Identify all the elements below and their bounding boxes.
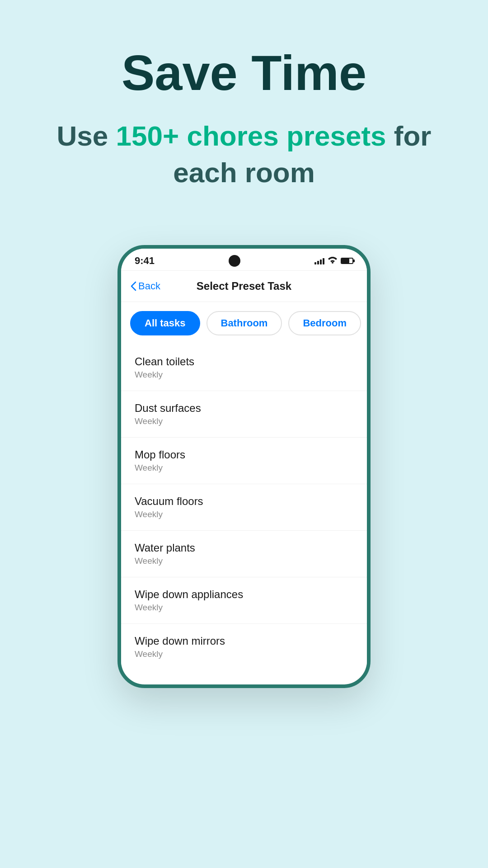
status-bar: 9:41 [121,249,367,271]
task-frequency: Weekly [135,556,353,566]
list-item[interactable]: Wipe down appliances Weekly [121,577,367,624]
task-frequency: Weekly [135,509,353,519]
back-label: Back [138,280,160,292]
list-item[interactable]: Vacuum floors Weekly [121,484,367,531]
nav-title: Select Preset Task [197,280,291,292]
task-frequency: Weekly [135,416,353,426]
list-item[interactable]: Mop floors Weekly [121,438,367,484]
tab-bathroom[interactable]: Bathroom [206,311,282,335]
task-frequency: Weekly [135,649,353,659]
signal-icon [314,257,324,264]
task-name: Clean toilets [135,355,353,368]
filter-tabs: All tasks Bathroom Bedroom [121,302,367,344]
list-item[interactable]: Water plants Weekly [121,531,367,577]
battery-icon [341,258,353,264]
list-item[interactable]: Wipe down mirrors Weekly [121,624,367,666]
list-item[interactable]: Dust surfaces Weekly [121,391,367,438]
hero-title: Save Time [27,45,461,100]
hero-subtitle-highlight: 150+ chores presets [116,120,386,151]
hero-subtitle: Use 150+ chores presets for each room [27,118,461,191]
camera-notch [229,255,240,267]
tab-all-tasks[interactable]: All tasks [130,311,200,335]
tab-bedroom[interactable]: Bedroom [288,311,361,335]
task-name: Mop floors [135,448,353,461]
wifi-icon [328,256,337,266]
status-icons [314,256,353,266]
task-name: Vacuum floors [135,495,353,508]
nav-bar: Back Select Preset Task [121,271,367,302]
phone-container: 9:41 [0,245,488,688]
list-item[interactable]: Clean toilets Weekly [121,344,367,391]
task-name: Wipe down mirrors [135,635,353,647]
status-time: 9:41 [135,255,155,267]
hero-section: Save Time Use 150+ chores presets for ea… [0,0,488,218]
task-frequency: Weekly [135,603,353,613]
hero-subtitle-plain: Use [57,120,116,151]
task-frequency: Weekly [135,463,353,473]
back-button[interactable]: Back [130,280,160,292]
task-list: Clean toilets Weekly Dust surfaces Weekl… [121,344,367,666]
task-frequency: Weekly [135,370,353,380]
phone-frame: 9:41 [117,245,371,688]
task-name: Dust surfaces [135,402,353,415]
task-name: Wipe down appliances [135,588,353,601]
task-name: Water plants [135,542,353,554]
